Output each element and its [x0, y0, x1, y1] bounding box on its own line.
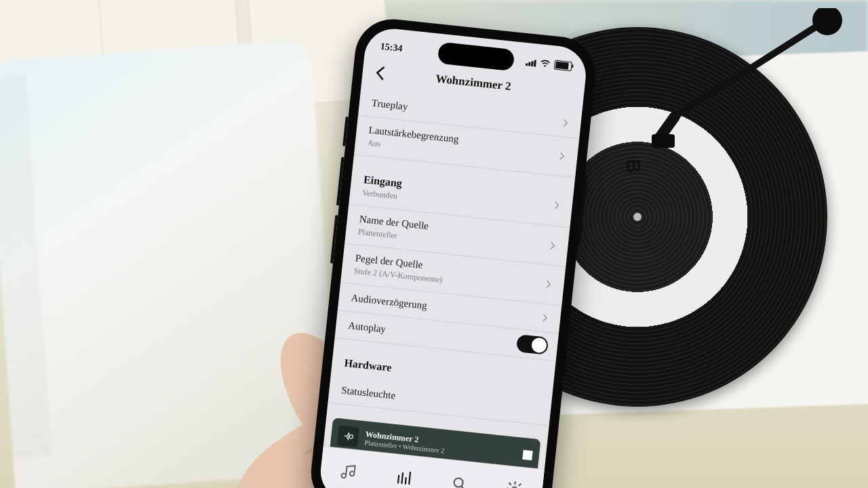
svg-line-7 — [401, 473, 403, 483]
chevron-right-icon — [543, 279, 553, 289]
chevron-right-icon — [557, 151, 567, 161]
tab-search[interactable] — [450, 474, 469, 488]
phone: 15:34 Wohnzimmer 2 Trueplay — [307, 16, 599, 488]
tab-settings[interactable] — [505, 479, 524, 488]
svg-line-9 — [409, 472, 410, 484]
chevron-right-icon — [547, 241, 557, 251]
back-button[interactable] — [371, 64, 391, 83]
chevron-right-icon — [551, 201, 561, 211]
autoplay-toggle[interactable] — [516, 334, 549, 355]
tab-rooms[interactable] — [394, 468, 414, 487]
chevron-right-icon — [540, 312, 550, 323]
svg-point-5 — [349, 434, 353, 439]
wifi-icon — [540, 59, 551, 68]
stop-button[interactable] — [522, 450, 532, 460]
chevron-right-icon — [560, 118, 570, 128]
svg-line-6 — [398, 476, 399, 483]
battery-icon — [554, 60, 572, 72]
status-time: 15:34 — [380, 42, 403, 54]
tab-music[interactable] — [339, 462, 359, 482]
page-title: Wohnzimmer 2 — [435, 73, 512, 92]
svg-line-8 — [406, 478, 406, 484]
now-playing-source-icon — [337, 425, 359, 447]
record-side-letter: B — [623, 159, 644, 174]
photo-background: EAT 66 B "DREAMS" — [0, 0, 868, 488]
settings-list[interactable]: Trueplay Lautstärkebegrenzung Aus Eingan… — [326, 85, 582, 439]
cellular-signal-icon — [526, 58, 536, 67]
